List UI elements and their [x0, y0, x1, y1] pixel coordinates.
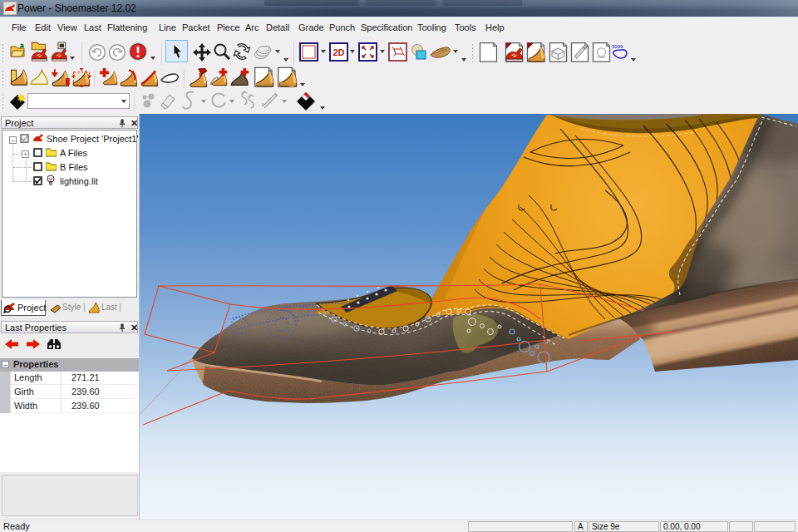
svg-text:2D: 2D [332, 47, 344, 57]
svg-text:9999: 9999 [612, 44, 623, 49]
